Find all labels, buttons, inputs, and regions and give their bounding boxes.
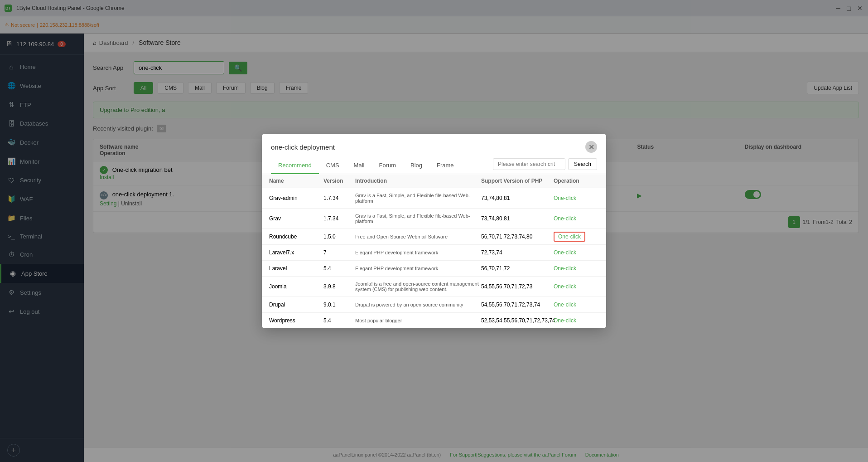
modal-search: Search [493, 158, 597, 173]
modal-col-operation: Operation [554, 178, 599, 184]
modal-title: one-click deployment [271, 143, 335, 151]
app-intro: Free and Open Source Webmail Software [355, 234, 481, 239]
app-intro: Most popular blogger [355, 318, 481, 323]
modal-search-input[interactable] [493, 158, 565, 170]
one-click-button[interactable]: One-click [554, 265, 576, 272]
app-intro: Elegant PHP development framework [355, 250, 481, 255]
modal-table-row: Drupal 9.0.1 Drupal is powered by an ope… [262, 297, 606, 313]
app-name: Joomla [269, 283, 323, 290]
one-click-button[interactable]: One-click [554, 302, 576, 308]
app-name: Roundcube [269, 233, 323, 240]
one-click-button[interactable]: One-click [554, 249, 576, 256]
modal-tab-cms[interactable]: CMS [319, 157, 347, 174]
app-name: Laravel7.x [269, 249, 323, 256]
one-click-button[interactable]: One-click [554, 283, 576, 290]
modal-table-header: Name Version Introduction Support Versio… [262, 174, 606, 188]
modal-tab-recommend[interactable]: Recommend [271, 157, 319, 174]
app-php: 73,74,80,81 [481, 195, 554, 201]
modal-table-row: Laravel 5.4 Elegant PHP development fram… [262, 261, 606, 277]
app-version: 9.0.1 [323, 302, 355, 308]
modal-table-row: Laravel7.x 7 Elegant PHP development fra… [262, 245, 606, 261]
app-name: Laravel [269, 265, 323, 272]
one-click-button[interactable]: One-click [554, 215, 576, 222]
modal-search-button[interactable]: Search [568, 158, 597, 170]
modal-tab-forum[interactable]: Forum [371, 157, 403, 174]
app-intro: Elegant PHP development framework [355, 266, 481, 271]
modal-table-row: Grav 1.7.34 Grav is a Fast, Simple, and … [262, 209, 606, 229]
app-name: Wordpress [269, 317, 323, 324]
modal-tab-blog[interactable]: Blog [403, 157, 429, 174]
app-intro: Drupal is powered by an open source comm… [355, 302, 481, 307]
one-click-button[interactable]: One-click [554, 317, 576, 324]
app-version: 1.7.34 [323, 215, 355, 222]
app-php: 73,74,80,81 [481, 215, 554, 222]
modal-table: Name Version Introduction Support Versio… [262, 174, 606, 328]
app-php: 56,70,71,72 [481, 265, 554, 272]
app-version: 5.4 [323, 317, 355, 324]
app-version: 1.5.0 [323, 233, 355, 240]
app-name: Grav-admin [269, 195, 323, 201]
app-version: 1.7.34 [323, 195, 355, 201]
modal-tab-mall[interactable]: Mall [347, 157, 372, 174]
modal-col-name: Name [269, 178, 323, 184]
app-version: 3.9.8 [323, 283, 355, 290]
one-click-button-highlighted[interactable]: One-click [554, 232, 585, 242]
modal-col-version: Version [323, 178, 355, 184]
modal-header: one-click deployment ✕ [262, 134, 606, 153]
app-php: 72,73,74 [481, 249, 554, 256]
app-name: Grav [269, 215, 323, 222]
modal-overlay[interactable]: one-click deployment ✕ Recommend CMS Mal… [0, 0, 868, 462]
app-php: 54,55,56,70,71,72,73 [481, 283, 554, 290]
modal-table-row: Grav-admin 1.7.34 Grav is a Fast, Simple… [262, 188, 606, 209]
app-intro: Joomla! is a free and open-source conten… [355, 281, 481, 292]
app-php: 56,70,71,72,73,74,80 [481, 233, 554, 240]
modal-col-php: Support Version of PHP [481, 178, 554, 184]
one-click-button[interactable]: One-click [554, 195, 576, 201]
app-name: Drupal [269, 302, 323, 308]
app-php: 52,53,54,55,56,70,71,72,73,74 [481, 317, 554, 324]
app-version: 7 [323, 249, 355, 256]
modal-tab-frame[interactable]: Frame [429, 157, 461, 174]
modal-tabs: Recommend CMS Mall Forum Blog Frame Sear… [262, 157, 606, 174]
app-intro: Grav is a Fast, Simple, and Flexible fil… [355, 213, 481, 224]
modal-table-row: Wordpress 5.4 Most popular blogger 52,53… [262, 313, 606, 328]
app-php: 54,55,56,70,71,72,73,74 [481, 302, 554, 308]
app-version: 5.4 [323, 265, 355, 272]
modal-table-row: Joomla 3.9.8 Joomla! is a free and open-… [262, 277, 606, 297]
modal-close-button[interactable]: ✕ [585, 141, 597, 153]
modal-dialog: one-click deployment ✕ Recommend CMS Mal… [262, 134, 606, 328]
app-intro: Grav is a Fast, Simple, and Flexible fil… [355, 193, 481, 204]
modal-table-row: Roundcube 1.5.0 Free and Open Source Web… [262, 229, 606, 245]
modal-col-intro: Introduction [355, 178, 481, 184]
